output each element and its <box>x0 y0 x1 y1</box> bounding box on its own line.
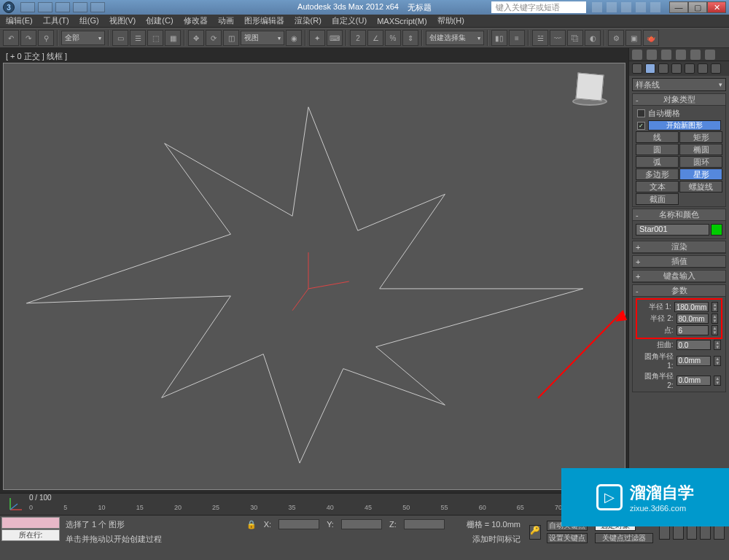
minimize-button[interactable]: — <box>669 1 688 13</box>
menu-tools[interactable]: 工具(T) <box>43 15 69 26</box>
object-name-input[interactable]: Star001 <box>636 224 709 236</box>
shape-helix[interactable]: 螺旋线 <box>679 181 722 192</box>
hammer-icon[interactable] <box>661 50 671 60</box>
render-frame-icon[interactable]: ▣ <box>625 30 642 46</box>
radius1-spinner[interactable]: 180.0mm <box>674 302 709 312</box>
link-icon[interactable]: ⚲ <box>38 30 54 46</box>
menu-render[interactable]: 渲染(R) <box>295 15 321 26</box>
rollout-hdr-name-color[interactable]: -名称和颜色 <box>633 209 725 221</box>
qa-save-icon[interactable] <box>55 2 70 12</box>
snap-spinner-icon[interactable]: ⇕ <box>402 30 418 46</box>
play-end-icon[interactable] <box>714 525 725 540</box>
tab-geometry[interactable] <box>632 63 642 74</box>
subscription-icon[interactable] <box>607 2 617 12</box>
undo-icon[interactable]: ↶ <box>3 30 19 46</box>
search-input[interactable]: 键入关键字或短语 <box>491 1 586 13</box>
play-next-icon[interactable] <box>700 525 711 540</box>
refsys-dropdown[interactable]: 视图 <box>241 31 284 45</box>
coord-x-input[interactable] <box>278 519 319 529</box>
qa-redo-icon[interactable] <box>90 2 105 12</box>
material-editor-icon[interactable]: ◐ <box>585 30 601 46</box>
fillet1-spinner[interactable]: 0.0mm <box>677 356 712 366</box>
menu-view[interactable]: 视图(V) <box>109 15 136 26</box>
startnew-checkbox[interactable]: ✓ <box>637 122 645 130</box>
redo-icon[interactable]: ↷ <box>20 30 36 46</box>
selection-scope-dropdown[interactable]: 全部 <box>61 31 105 45</box>
rollout-hdr-interp[interactable]: +插值 <box>633 256 725 268</box>
keymode-icon[interactable]: ⌨ <box>327 30 343 46</box>
viewport[interactable] <box>3 63 625 490</box>
menu-graph[interactable]: 图形编辑器 <box>244 15 284 26</box>
shape-section[interactable]: 截面 <box>636 193 679 205</box>
util-icon[interactable] <box>705 50 715 60</box>
menu-script[interactable]: MAXScript(M) <box>377 17 426 26</box>
curve-editor-icon[interactable]: 〰 <box>550 30 566 46</box>
radius1-arrows[interactable]: ▲▼ <box>712 302 718 312</box>
twist-spinner[interactable]: 0.0 <box>677 340 712 350</box>
snap2d-icon[interactable]: 2 <box>350 30 366 46</box>
coord-y-input[interactable] <box>341 519 382 529</box>
window-crossing-icon[interactable]: ▦ <box>165 30 181 46</box>
rollout-hdr-params[interactable]: -参数 <box>633 285 725 297</box>
setkey-button[interactable]: 设置关键点 <box>547 533 588 543</box>
tab-spacewarps[interactable] <box>698 63 708 74</box>
fillet1-arrows[interactable]: ▲▼ <box>714 356 721 366</box>
app-logo[interactable]: 3 <box>3 1 15 13</box>
display-icon[interactable] <box>690 50 701 60</box>
qa-new-icon[interactable] <box>20 2 35 12</box>
favorites-icon[interactable] <box>636 2 646 12</box>
viewport-label[interactable]: [ + 0 正交 ] 线框 ] <box>6 51 67 62</box>
shape-line[interactable]: 线 <box>636 131 679 143</box>
manip-icon[interactable]: ✦ <box>309 30 325 46</box>
radius2-spinner[interactable]: 80.0mm <box>677 314 709 324</box>
menu-create[interactable]: 创建(C) <box>146 15 173 26</box>
move-icon[interactable]: ✥ <box>188 30 204 46</box>
fillet2-arrows[interactable]: ▲▼ <box>714 376 721 386</box>
menu-group[interactable]: 组(G) <box>79 15 99 26</box>
menu-help[interactable]: 帮助(H) <box>437 15 464 26</box>
mirror-icon[interactable]: ▮▯ <box>491 30 507 46</box>
rotate-icon[interactable]: ⟳ <box>206 30 222 46</box>
named-selset-dropdown[interactable]: 创建选择集 <box>426 31 484 45</box>
snap-pct-icon[interactable]: % <box>385 30 401 46</box>
play-icon[interactable] <box>687 525 698 540</box>
shape-circle[interactable]: 圆 <box>636 144 679 155</box>
close-button[interactable]: ✕ <box>707 1 726 13</box>
fillet2-spinner[interactable]: 0.0mm <box>677 376 712 386</box>
rollout-hdr-render[interactable]: +渲染 <box>633 241 725 253</box>
layers-icon[interactable]: ☱ <box>532 30 548 46</box>
shape-category-dropdown[interactable]: 样条线 <box>632 78 726 91</box>
render-setup-icon[interactable]: ⚙ <box>608 30 624 46</box>
tab-lights[interactable] <box>658 63 668 74</box>
coord-z-input[interactable] <box>404 519 445 529</box>
select-region-icon[interactable]: ⬚ <box>147 30 163 46</box>
snap-angle-icon[interactable]: ∠ <box>367 30 383 46</box>
object-color-swatch[interactable] <box>711 224 722 236</box>
menu-edit[interactable]: 编辑(E) <box>6 15 33 26</box>
addtime-label[interactable]: 添加时间标记 <box>472 534 521 545</box>
select-name-icon[interactable]: ☰ <box>130 30 146 46</box>
search-go-icon[interactable] <box>592 2 602 12</box>
viewcube[interactable] <box>569 71 610 112</box>
wand-icon[interactable] <box>632 50 642 60</box>
tab-helpers[interactable] <box>685 63 695 74</box>
menu-modifier[interactable]: 修改器 <box>184 15 208 26</box>
shape-text[interactable]: 文本 <box>636 181 679 192</box>
key-toggle-icon[interactable]: 🔑 <box>529 525 541 540</box>
script-line-label[interactable]: 所在行: <box>1 529 60 541</box>
pivot-icon[interactable]: ◉ <box>286 30 302 46</box>
scale-icon[interactable]: ◫ <box>223 30 239 46</box>
menu-custom[interactable]: 自定义(U) <box>332 15 367 26</box>
shape-ngon[interactable]: 多边形 <box>636 168 679 180</box>
exchange-icon[interactable] <box>621 2 631 12</box>
shape-ellipse[interactable]: 椭圆 <box>679 144 722 155</box>
rollout-hdr-keyboard[interactable]: +键盘输入 <box>633 271 725 282</box>
qa-open-icon[interactable] <box>38 2 52 12</box>
start-new-shape-button[interactable]: 开始新图形 <box>648 120 721 131</box>
tab-cameras[interactable] <box>671 63 682 74</box>
keyfilter-button[interactable]: 关键点过滤器 <box>595 533 653 543</box>
shape-donut[interactable]: 圆环 <box>679 156 722 168</box>
maximize-button[interactable]: ▢ <box>688 1 707 13</box>
script-mini-listener[interactable] <box>1 517 60 529</box>
autogrid-checkbox[interactable] <box>637 109 645 117</box>
